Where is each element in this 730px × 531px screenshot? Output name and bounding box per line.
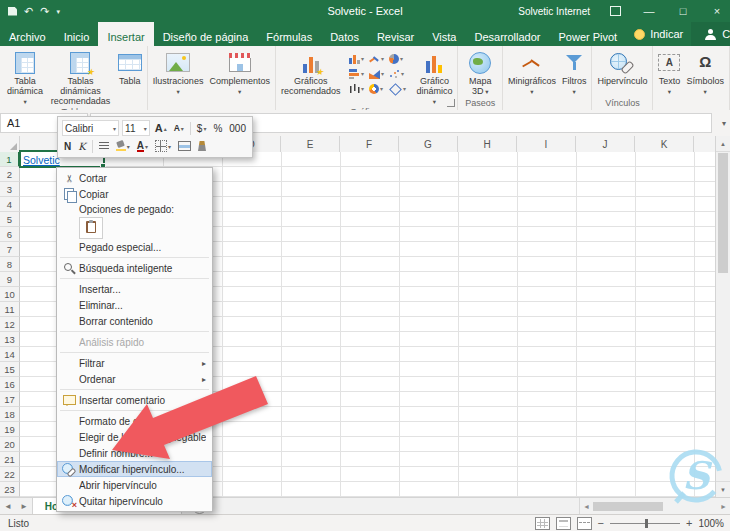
- tab-diseno-de-pagina[interactable]: Diseño de página: [154, 22, 258, 46]
- tab-vista[interactable]: Vista: [423, 22, 465, 46]
- sheet-nav-left-icon[interactable]: ◄: [0, 502, 16, 511]
- menu-item-insertar-comentario[interactable]: Insertar comentario: [57, 392, 212, 408]
- column-header-f[interactable]: F: [340, 136, 399, 152]
- menu-item-pegado-especial[interactable]: Pegado especial...: [57, 239, 212, 255]
- formula-bar-expand-icon[interactable]: ▾: [722, 119, 726, 128]
- accounting-format-button[interactable]: $▾: [195, 121, 209, 136]
- font-name-select[interactable]: Calibri▾: [62, 120, 119, 136]
- zoom-level[interactable]: 100%: [698, 518, 724, 529]
- zoom-in-icon[interactable]: +: [686, 517, 692, 529]
- tell-me-box[interactable]: Indicar: [626, 22, 691, 46]
- row-header-20[interactable]: 20: [0, 437, 20, 452]
- ribbon-button-item[interactable]: ▾▾▾▾▾▾▾▾▾: [343, 47, 413, 106]
- maximize-button[interactable]: □: [670, 0, 696, 22]
- share-button[interactable]: Compartir: [691, 22, 730, 46]
- zoom-slider[interactable]: [610, 523, 680, 524]
- scroll-left-icon[interactable]: ◄: [580, 503, 593, 510]
- tab-formulas[interactable]: Fórmulas: [257, 22, 321, 46]
- page-break-view-icon[interactable]: [577, 517, 592, 530]
- font-size-select[interactable]: 11▾: [122, 120, 150, 136]
- tab-archivo[interactable]: Archivo: [0, 22, 55, 46]
- menu-item-ordenar[interactable]: Ordenar▸: [57, 371, 212, 387]
- row-header-6[interactable]: 6: [0, 227, 20, 242]
- qat-dropdown-icon[interactable]: ▾: [56, 8, 60, 15]
- ribbon-button-minigraficos[interactable]: Minigráficos ▾: [505, 47, 559, 97]
- menu-item-elegir-de-la-lista-desplegable[interactable]: Elegir de la lista desplegable...: [57, 429, 212, 445]
- menu-item-eliminar[interactable]: Eliminar...: [57, 297, 212, 313]
- font-color-button[interactable]: A▾: [135, 139, 150, 154]
- tab-inicio[interactable]: Inicio: [55, 22, 99, 46]
- vertical-scroll-thumb[interactable]: [718, 153, 728, 273]
- format-painter-button[interactable]: [196, 139, 208, 154]
- row-header-23[interactable]: 23: [0, 482, 20, 497]
- ribbon-button-texto[interactable]: ATexto ▾: [655, 47, 683, 97]
- column-header-j[interactable]: J: [576, 136, 635, 152]
- tab-power-pivot[interactable]: Power Pivot: [549, 22, 626, 46]
- scroll-right-icon[interactable]: ►: [717, 503, 730, 510]
- menu-item-copiar[interactable]: Copiar: [57, 186, 212, 202]
- row-header-10[interactable]: 10: [0, 287, 20, 302]
- dialog-launcher-icon[interactable]: [447, 99, 455, 107]
- normal-view-icon[interactable]: [535, 517, 550, 530]
- tab-revisar[interactable]: Revisar: [368, 22, 423, 46]
- row-header-4[interactable]: 4: [0, 197, 20, 212]
- menu-item-modificar-hipervinculo[interactable]: Modificar hipervínculo...: [57, 461, 212, 477]
- row-header-15[interactable]: 15: [0, 362, 20, 377]
- merge-center-button[interactable]: [176, 139, 193, 154]
- fill-color-button[interactable]: ▾: [114, 139, 132, 154]
- bold-button[interactable]: N: [62, 139, 73, 154]
- row-header-22[interactable]: 22: [0, 467, 20, 482]
- chart-type-pie-icon[interactable]: ▾: [389, 52, 408, 66]
- menu-item-abrir-hipervinculo[interactable]: Abrir hipervínculo: [57, 477, 212, 493]
- shrink-font-button[interactable]: A▾: [172, 121, 186, 136]
- chart-type-scatter-icon[interactable]: ▾: [389, 67, 408, 81]
- row-header-17[interactable]: 17: [0, 392, 20, 407]
- zoom-out-icon[interactable]: −: [598, 517, 604, 529]
- chart-type-doughnut-icon[interactable]: ▾: [369, 82, 388, 96]
- row-header-3[interactable]: 3: [0, 182, 20, 197]
- ribbon-button-complementos[interactable]: Complementos ▾: [206, 47, 273, 97]
- row-header-1[interactable]: 1: [0, 152, 20, 167]
- row-header-12[interactable]: 12: [0, 317, 20, 332]
- row-header-19[interactable]: 19: [0, 422, 20, 437]
- column-header-g[interactable]: G: [399, 136, 458, 152]
- grow-font-button[interactable]: A▴: [153, 121, 169, 136]
- menu-item-cortar[interactable]: ✂Cortar: [57, 170, 212, 186]
- cell-a1-hyperlink[interactable]: Solvetic: [23, 154, 60, 166]
- menu-item-quitar-hipervinculo[interactable]: Quitar hipervínculo: [57, 493, 212, 509]
- column-header-k[interactable]: K: [635, 136, 694, 152]
- menu-item-borrar-contenido[interactable]: Borrar contenido: [57, 313, 212, 329]
- row-header-9[interactable]: 9: [0, 272, 20, 287]
- ribbon-display-options-icon[interactable]: [602, 0, 628, 22]
- minimize-button[interactable]: —: [636, 0, 662, 22]
- vertical-scrollbar[interactable]: ▲ ▼: [715, 136, 730, 497]
- column-header-e[interactable]: E: [281, 136, 340, 152]
- chart-type-area-icon[interactable]: ▾: [369, 67, 388, 81]
- chart-type-line-icon[interactable]: ▾: [369, 52, 388, 66]
- row-header-11[interactable]: 11: [0, 302, 20, 317]
- close-button[interactable]: ×: [704, 0, 730, 22]
- column-header-h[interactable]: H: [458, 136, 517, 152]
- sheet-nav-right-icon[interactable]: ►: [16, 502, 32, 511]
- menu-item-formato-de-celdas[interactable]: Formato de celdas...: [57, 413, 212, 429]
- column-header-i[interactable]: I: [517, 136, 576, 152]
- percent-style-button[interactable]: %: [211, 121, 224, 136]
- row-header-21[interactable]: 21: [0, 452, 20, 467]
- tab-insertar[interactable]: Insertar: [98, 22, 153, 46]
- menu-item-insertar[interactable]: Insertar...: [57, 281, 212, 297]
- paste-option-button[interactable]: [79, 217, 103, 239]
- undo-icon[interactable]: ↶: [24, 6, 33, 17]
- horizontal-scrollbar[interactable]: ◄ ►: [579, 498, 730, 514]
- ribbon-button-tablas-dinamicas-recomendadas[interactable]: Tablas dinámicas recomendadas: [46, 47, 115, 106]
- ribbon-button-tabla-dinamica[interactable]: Tabla dinámica ▾: [4, 47, 46, 106]
- tab-datos[interactable]: Datos: [321, 22, 368, 46]
- scroll-up-icon[interactable]: ▲: [716, 136, 730, 152]
- menu-item-definir-nombre[interactable]: Definir nombre...: [57, 445, 212, 461]
- row-header-2[interactable]: 2: [0, 167, 20, 182]
- row-header-5[interactable]: 5: [0, 212, 20, 227]
- chart-type-column-icon[interactable]: ▾: [349, 52, 368, 66]
- chart-type-bar-icon[interactable]: ▾: [349, 67, 368, 81]
- scroll-down-icon[interactable]: ▼: [716, 481, 730, 497]
- account-name[interactable]: Solvetic Internet: [518, 6, 590, 17]
- menu-item-analisis-rapido[interactable]: Análisis rápido: [57, 334, 212, 350]
